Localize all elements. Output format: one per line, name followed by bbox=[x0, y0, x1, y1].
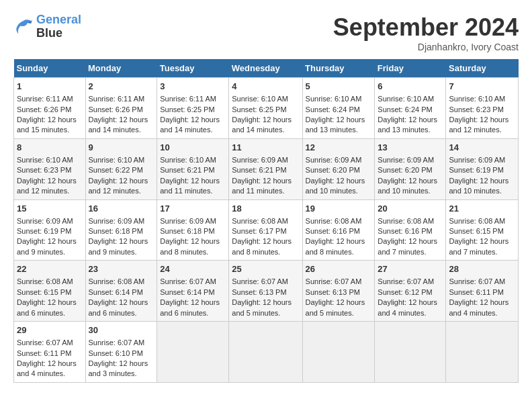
calendar-cell: 9Sunrise: 6:10 AMSunset: 6:22 PMDaylight… bbox=[85, 138, 157, 199]
daylight-text: Daylight: 12 hours and 8 minutes. bbox=[232, 237, 292, 255]
sunrise-text: Sunrise: 6:07 AM bbox=[89, 338, 145, 347]
calendar-cell: 25Sunrise: 6:07 AMSunset: 6:13 PMDayligh… bbox=[229, 261, 302, 322]
day-number: 15 bbox=[17, 203, 83, 215]
day-number: 3 bbox=[160, 81, 226, 93]
sunset-text: Sunset: 6:11 PM bbox=[17, 349, 71, 357]
day-number: 8 bbox=[17, 142, 83, 154]
calendar-week-row: 29Sunrise: 6:07 AMSunset: 6:11 PMDayligh… bbox=[14, 322, 519, 383]
calendar-cell: 1Sunrise: 6:11 AMSunset: 6:26 PMDaylight… bbox=[14, 78, 86, 139]
calendar-week-row: 22Sunrise: 6:08 AMSunset: 6:15 PMDayligh… bbox=[14, 261, 519, 322]
daylight-text: Daylight: 12 hours and 3 minutes. bbox=[89, 359, 148, 377]
weekday-header-monday: Monday bbox=[85, 59, 157, 78]
day-number: 22 bbox=[17, 263, 83, 275]
sunset-text: Sunset: 6:21 PM bbox=[160, 166, 214, 174]
sunrise-text: Sunrise: 6:07 AM bbox=[160, 277, 216, 285]
sunrise-text: Sunrise: 6:07 AM bbox=[306, 277, 362, 285]
sunset-text: Sunset: 6:19 PM bbox=[449, 166, 503, 174]
day-number: 14 bbox=[449, 142, 515, 154]
sunset-text: Sunset: 6:19 PM bbox=[17, 227, 71, 235]
day-number: 19 bbox=[306, 203, 372, 215]
sunrise-text: Sunrise: 6:10 AM bbox=[306, 95, 362, 103]
calendar-cell: 28Sunrise: 6:07 AMSunset: 6:11 PMDayligh… bbox=[446, 261, 519, 322]
day-number: 21 bbox=[449, 203, 515, 215]
sunset-text: Sunset: 6:25 PM bbox=[160, 105, 214, 113]
daylight-text: Daylight: 12 hours and 10 minutes. bbox=[306, 177, 365, 195]
sunrise-text: Sunrise: 6:09 AM bbox=[89, 217, 145, 225]
sunrise-text: Sunrise: 6:10 AM bbox=[17, 156, 73, 164]
calendar-cell: 13Sunrise: 6:09 AMSunset: 6:20 PMDayligh… bbox=[375, 138, 446, 199]
sunset-text: Sunset: 6:18 PM bbox=[89, 227, 143, 235]
daylight-text: Daylight: 12 hours and 8 minutes. bbox=[306, 237, 365, 255]
daylight-text: Daylight: 12 hours and 12 minutes. bbox=[17, 177, 77, 195]
calendar-cell: 26Sunrise: 6:07 AMSunset: 6:13 PMDayligh… bbox=[302, 261, 375, 322]
daylight-text: Daylight: 12 hours and 6 minutes. bbox=[89, 298, 148, 316]
sunset-text: Sunset: 6:23 PM bbox=[449, 105, 503, 113]
calendar-cell: 10Sunrise: 6:10 AMSunset: 6:21 PMDayligh… bbox=[157, 138, 229, 199]
calendar-cell: 30Sunrise: 6:07 AMSunset: 6:10 PMDayligh… bbox=[85, 322, 157, 383]
calendar-cell bbox=[302, 322, 375, 383]
sunrise-text: Sunrise: 6:07 AM bbox=[378, 277, 434, 285]
weekday-header-wednesday: Wednesday bbox=[229, 59, 302, 78]
location-subtitle: Djanhankro, Ivory Coast bbox=[333, 42, 519, 52]
sunset-text: Sunset: 6:24 PM bbox=[306, 105, 360, 113]
calendar-cell: 12Sunrise: 6:09 AMSunset: 6:20 PMDayligh… bbox=[302, 138, 375, 199]
sunrise-text: Sunrise: 6:08 AM bbox=[378, 217, 434, 225]
sunset-text: Sunset: 6:17 PM bbox=[232, 227, 286, 235]
calendar-cell: 18Sunrise: 6:08 AMSunset: 6:17 PMDayligh… bbox=[229, 199, 302, 261]
calendar-cell: 17Sunrise: 6:09 AMSunset: 6:18 PMDayligh… bbox=[157, 199, 229, 261]
day-number: 24 bbox=[160, 263, 226, 275]
daylight-text: Daylight: 12 hours and 7 minutes. bbox=[449, 237, 508, 255]
sunrise-text: Sunrise: 6:08 AM bbox=[232, 217, 288, 225]
calendar-cell: 6Sunrise: 6:10 AMSunset: 6:24 PMDaylight… bbox=[375, 78, 446, 139]
day-number: 28 bbox=[449, 263, 515, 275]
sunset-text: Sunset: 6:20 PM bbox=[306, 166, 360, 174]
calendar-cell bbox=[229, 322, 302, 383]
day-number: 16 bbox=[89, 203, 154, 215]
calendar-cell bbox=[446, 322, 519, 383]
day-number: 5 bbox=[306, 81, 372, 93]
sunset-text: Sunset: 6:15 PM bbox=[449, 227, 503, 235]
daylight-text: Daylight: 12 hours and 15 minutes. bbox=[17, 116, 77, 134]
calendar-cell: 22Sunrise: 6:08 AMSunset: 6:15 PMDayligh… bbox=[14, 261, 86, 322]
day-number: 20 bbox=[378, 203, 443, 215]
daylight-text: Daylight: 12 hours and 12 minutes. bbox=[89, 177, 148, 195]
daylight-text: Daylight: 12 hours and 13 minutes. bbox=[378, 116, 437, 134]
sunrise-text: Sunrise: 6:07 AM bbox=[17, 338, 73, 347]
daylight-text: Daylight: 12 hours and 9 minutes. bbox=[89, 237, 148, 255]
day-number: 26 bbox=[306, 263, 372, 275]
sunrise-text: Sunrise: 6:10 AM bbox=[449, 95, 505, 103]
sunset-text: Sunset: 6:23 PM bbox=[17, 166, 71, 174]
calendar-cell: 14Sunrise: 6:09 AMSunset: 6:19 PMDayligh… bbox=[446, 138, 519, 199]
sunset-text: Sunset: 6:13 PM bbox=[232, 288, 286, 296]
calendar-cell bbox=[157, 322, 229, 383]
day-number: 18 bbox=[232, 203, 299, 215]
sunset-text: Sunset: 6:18 PM bbox=[160, 227, 214, 235]
sunrise-text: Sunrise: 6:11 AM bbox=[160, 95, 216, 103]
day-number: 1 bbox=[17, 81, 83, 93]
sunrise-text: Sunrise: 6:10 AM bbox=[89, 156, 145, 164]
calendar-cell: 3Sunrise: 6:11 AMSunset: 6:25 PMDaylight… bbox=[157, 78, 229, 139]
daylight-text: Daylight: 12 hours and 6 minutes. bbox=[17, 298, 77, 316]
sunrise-text: Sunrise: 6:11 AM bbox=[89, 95, 145, 103]
sunrise-text: Sunrise: 6:10 AM bbox=[160, 156, 216, 164]
daylight-text: Daylight: 12 hours and 5 minutes. bbox=[232, 298, 292, 316]
weekday-header-thursday: Thursday bbox=[302, 59, 375, 78]
daylight-text: Daylight: 12 hours and 5 minutes. bbox=[306, 298, 365, 316]
sunset-text: Sunset: 6:12 PM bbox=[378, 288, 432, 296]
daylight-text: Daylight: 12 hours and 4 minutes. bbox=[17, 359, 77, 377]
sunrise-text: Sunrise: 6:09 AM bbox=[449, 156, 505, 164]
sunset-text: Sunset: 6:16 PM bbox=[306, 227, 360, 235]
sunset-text: Sunset: 6:25 PM bbox=[232, 105, 286, 113]
day-number: 10 bbox=[160, 142, 226, 154]
daylight-text: Daylight: 12 hours and 13 minutes. bbox=[306, 116, 365, 134]
day-number: 30 bbox=[89, 324, 154, 336]
sunset-text: Sunset: 6:15 PM bbox=[17, 288, 71, 296]
calendar-week-row: 8Sunrise: 6:10 AMSunset: 6:23 PMDaylight… bbox=[14, 138, 519, 199]
day-number: 17 bbox=[160, 203, 226, 215]
day-number: 2 bbox=[89, 81, 154, 93]
sunset-text: Sunset: 6:10 PM bbox=[89, 349, 143, 357]
calendar-cell: 23Sunrise: 6:08 AMSunset: 6:14 PMDayligh… bbox=[85, 261, 157, 322]
day-number: 12 bbox=[306, 142, 372, 154]
day-number: 11 bbox=[232, 142, 299, 154]
sunrise-text: Sunrise: 6:09 AM bbox=[160, 217, 216, 225]
